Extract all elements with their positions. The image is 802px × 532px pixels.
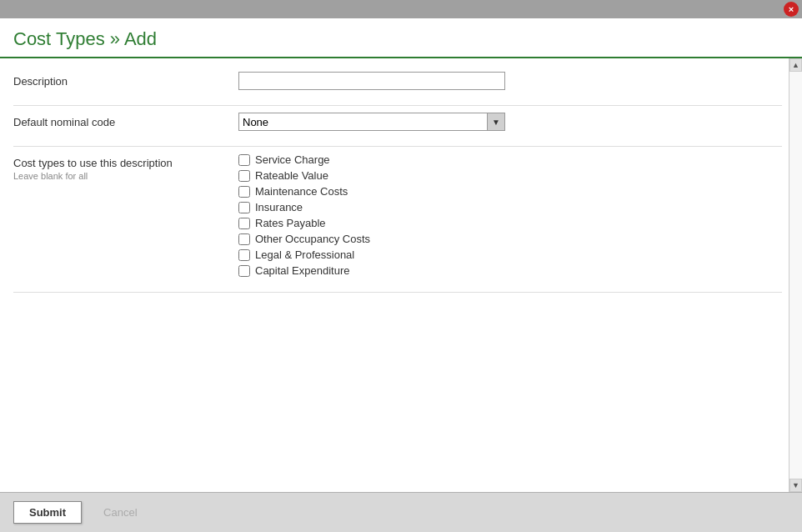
checkbox-other-occupancy-costs[interactable] (238, 233, 250, 245)
checkbox-insurance[interactable] (238, 202, 250, 213)
checkbox-item-rates-payable[interactable]: Rates Payable (238, 217, 782, 229)
dialog-wrapper: × Cost Types » Add Description Default n… (0, 0, 802, 532)
description-control (238, 72, 782, 90)
checkbox-item-maintenance-costs[interactable]: Maintenance Costs (238, 185, 782, 198)
checkbox-item-service-charge[interactable]: Service Charge (238, 153, 782, 166)
checkbox-label-service-charge: Service Charge (255, 153, 330, 166)
scroll-up-button[interactable]: ▲ (789, 58, 802, 72)
description-row: Description (13, 72, 782, 90)
checkbox-item-rateable-value[interactable]: Rateable Value (238, 169, 782, 182)
checkbox-label-legal-professional: Legal & Professional (255, 248, 354, 261)
nominal-code-label: Default nominal code (13, 113, 238, 128)
divider-2 (13, 146, 782, 147)
checkbox-group: Service Charge Rateable Value Maintenanc… (238, 153, 782, 277)
checkbox-label-rateable-value: Rateable Value (255, 169, 328, 182)
cancel-button[interactable]: Cancel (88, 502, 152, 523)
scroll-content: Description Default nominal code None (0, 58, 802, 492)
header-area: Cost Types » Add (0, 18, 802, 58)
checkbox-label-capital-expenditure: Capital Expenditure (255, 264, 349, 277)
divider-1 (13, 105, 782, 106)
checkbox-item-capital-expenditure[interactable]: Capital Expenditure (238, 264, 782, 277)
checkbox-label-rates-payable: Rates Payable (255, 217, 326, 229)
checkbox-rateable-value[interactable] (238, 170, 250, 182)
nominal-code-select[interactable]: None (238, 113, 505, 131)
checkbox-service-charge[interactable] (238, 154, 250, 166)
scroll-track (789, 72, 802, 479)
submit-button[interactable]: Submit (13, 501, 82, 524)
page-title: Cost Types » Add (13, 28, 789, 50)
main-content: Cost Types » Add Description Default nom… (0, 18, 802, 492)
nominal-code-row: Default nominal code None ▼ (13, 113, 782, 131)
close-icon: × (789, 5, 794, 14)
close-button[interactable]: × (784, 2, 799, 17)
checkbox-label-insurance: Insurance (255, 201, 303, 213)
checkbox-item-insurance[interactable]: Insurance (238, 201, 782, 213)
description-label: Description (13, 72, 238, 88)
cost-types-label: Cost types to use this description Leave… (13, 153, 238, 181)
checkbox-item-other-occupancy-costs[interactable]: Other Occupancy Costs (238, 233, 782, 245)
scroll-down-button[interactable]: ▼ (789, 479, 802, 492)
scrollbar: ▲ ▼ (789, 58, 802, 492)
description-input[interactable] (238, 72, 505, 90)
title-bar: × (0, 0, 802, 18)
divider-3 (13, 292, 782, 293)
checkbox-label-other-occupancy-costs: Other Occupancy Costs (255, 233, 370, 245)
checkbox-item-legal-professional[interactable]: Legal & Professional (238, 248, 782, 261)
checkbox-maintenance-costs[interactable] (238, 186, 250, 198)
content-container: Description Default nominal code None (0, 58, 802, 492)
checkbox-legal-professional[interactable] (238, 249, 250, 261)
footer-area: Submit Cancel (0, 492, 802, 532)
checkbox-label-maintenance-costs: Maintenance Costs (255, 185, 348, 198)
nominal-code-control: None ▼ (238, 113, 782, 131)
nominal-code-select-wrapper: None ▼ (238, 113, 505, 131)
checkbox-capital-expenditure[interactable] (238, 265, 250, 277)
cost-types-row: Cost types to use this description Leave… (13, 153, 782, 277)
cost-types-control: Service Charge Rateable Value Maintenanc… (238, 153, 782, 277)
cost-types-sub-label: Leave blank for all (13, 171, 238, 181)
checkbox-rates-payable[interactable] (238, 218, 250, 229)
